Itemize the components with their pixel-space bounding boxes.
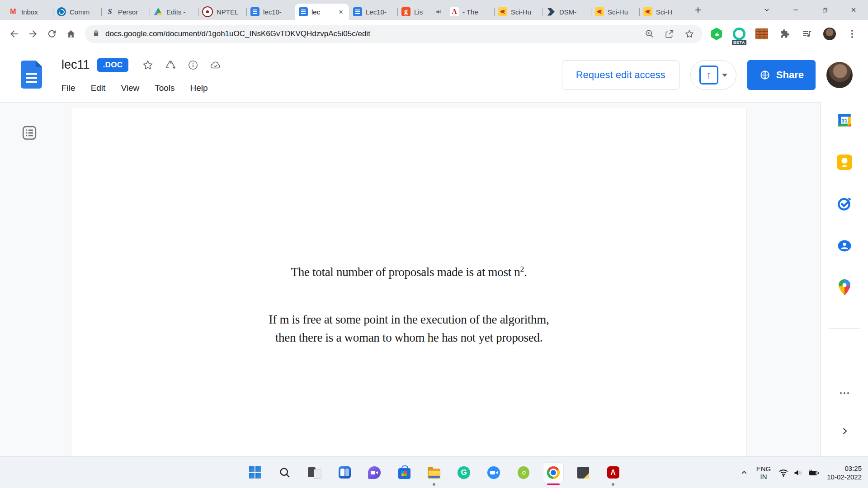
start-button[interactable]	[245, 463, 265, 483]
menu-file[interactable]: File	[61, 83, 75, 93]
home-button[interactable]	[61, 24, 80, 43]
zoom-app-button[interactable]	[484, 463, 504, 483]
menu-tools[interactable]: Tools	[155, 83, 175, 93]
share-page-icon[interactable]	[664, 28, 675, 40]
tab-nptel[interactable]: NPTEL	[198, 4, 246, 20]
open-with-button[interactable]	[690, 60, 736, 90]
journal-app-button[interactable]	[514, 463, 533, 483]
tab-search-chevron-icon[interactable]	[752, 0, 781, 20]
menu-help[interactable]: Help	[190, 83, 208, 93]
tab-label: Comm	[70, 8, 97, 16]
reload-button[interactable]	[42, 24, 61, 43]
wall-extension-icon[interactable]	[752, 24, 771, 43]
browser-tab-strip: Inbox Comm Persor Edits - NPTEL lec10-	[0, 0, 868, 20]
tab-person[interactable]: Persor	[101, 4, 150, 20]
docs-icon	[250, 7, 259, 16]
contacts-icon[interactable]	[835, 236, 854, 256]
address-bar[interactable]: docs.google.com/document/d/1goh1uOC_INsK…	[85, 25, 703, 43]
menu-edit[interactable]: Edit	[91, 83, 106, 93]
tab-lis[interactable]: Lis	[397, 4, 446, 20]
browser-profile-avatar[interactable]	[820, 24, 839, 43]
menu-bar: File Edit View Tools Help	[61, 83, 208, 93]
search-button[interactable]	[275, 463, 295, 483]
microsoft-store-button[interactable]	[394, 463, 414, 483]
tab-scihub-2[interactable]: Sci-Hu	[591, 4, 639, 20]
chrome-button[interactable]	[543, 463, 563, 483]
tab-label: Lec10-	[366, 8, 393, 16]
add-to-drive-icon[interactable]	[165, 59, 176, 71]
browser-menu-kebab-icon[interactable]	[843, 24, 862, 43]
status-icons[interactable]	[778, 467, 820, 478]
tab-scihub-1[interactable]: Sci-Hu	[494, 4, 542, 20]
adblock-extension-icon[interactable]	[707, 24, 726, 43]
tab-inbox[interactable]: Inbox	[5, 4, 53, 20]
lock-icon[interactable]	[92, 29, 100, 39]
menu-view[interactable]: View	[121, 83, 139, 93]
paragraph-2-line-1: If m is free at some point in the execut…	[71, 310, 746, 328]
new-tab-button[interactable]	[690, 3, 706, 18]
superscript: 2	[520, 264, 524, 273]
extensions-puzzle-icon[interactable]	[775, 24, 794, 43]
chat-button[interactable]	[364, 463, 384, 483]
grammarly-extension-icon[interactable]: BETA	[730, 24, 749, 43]
link-icon	[57, 7, 66, 16]
tab-comm[interactable]: Comm	[53, 4, 101, 20]
get-addons-icon[interactable]	[835, 383, 854, 403]
account-avatar[interactable]	[826, 62, 853, 88]
tab-lec10-2[interactable]: Lec10-	[349, 4, 397, 20]
tab-edits[interactable]: Edits -	[150, 4, 198, 20]
maps-icon[interactable]	[835, 277, 854, 297]
request-edit-access-button[interactable]: Request edit access	[562, 60, 679, 90]
goodreads-icon	[401, 7, 410, 16]
speaker-icon	[793, 467, 804, 478]
tab-audio-icon[interactable]	[435, 9, 442, 15]
task-view-button[interactable]	[305, 463, 325, 483]
tab-scihub-3[interactable]: Sci-H	[639, 4, 688, 20]
tab-label: Edits -	[166, 8, 194, 16]
notes-app-button[interactable]	[573, 463, 593, 483]
file-explorer-button[interactable]	[424, 463, 444, 483]
calendar-icon[interactable]: 31	[835, 110, 854, 130]
tab-dsm[interactable]: DSM-	[542, 4, 591, 20]
tab-label: - The	[462, 8, 490, 16]
hide-side-panel-icon[interactable]	[835, 421, 854, 441]
close-window-button[interactable]	[839, 0, 868, 20]
grammarly-app-button[interactable]: G	[454, 463, 474, 483]
restore-button[interactable]	[810, 0, 839, 20]
docs-icon	[299, 7, 308, 16]
info-icon[interactable]	[187, 59, 199, 71]
document-page[interactable]: The total number of proposals made is at…	[71, 108, 747, 456]
grammarly-beta-badge: BETA	[732, 40, 746, 45]
document-outline-button[interactable]	[20, 123, 39, 142]
media-playlist-icon[interactable]	[797, 24, 816, 43]
document-title[interactable]: lec11	[61, 58, 90, 72]
star-document-icon[interactable]	[142, 59, 154, 71]
tray-chevron-up-icon[interactable]	[739, 468, 749, 478]
tab-label: Lis	[414, 8, 434, 16]
tab-the[interactable]: - The	[446, 4, 494, 20]
gmail-icon	[9, 7, 18, 16]
keep-icon[interactable]	[835, 152, 854, 172]
bookmark-star-icon[interactable]	[684, 28, 695, 40]
tabs: Inbox Comm Persor Edits - NPTEL lec10-	[0, 3, 706, 20]
upload-icon	[699, 66, 718, 84]
cloud-saved-icon[interactable]	[210, 59, 222, 71]
tab-lec10[interactable]: lec10-	[246, 4, 295, 20]
chevron-down-icon	[722, 74, 727, 77]
close-tab-icon[interactable]	[337, 8, 345, 16]
acrobat-button[interactable]	[603, 463, 623, 483]
tasks-icon[interactable]	[835, 194, 854, 214]
clock[interactable]: 03:25 10-02-2022	[827, 464, 862, 481]
document-paragraph-2: If m is free at some point in the execut…	[71, 310, 746, 347]
url-text[interactable]: docs.google.com/document/d/1goh1uOC_INsK…	[105, 29, 639, 38]
widgets-button[interactable]	[335, 463, 354, 483]
language-indicator[interactable]: ENG IN	[756, 465, 771, 480]
back-button[interactable]	[5, 24, 24, 43]
zoom-page-icon[interactable]	[644, 28, 656, 40]
tab-lec11-active[interactable]: lec	[295, 4, 349, 20]
tray-time: 03:25	[844, 464, 862, 473]
google-docs-logo[interactable]	[21, 61, 42, 89]
share-button[interactable]: Share	[747, 60, 816, 90]
forward-button[interactable]	[24, 24, 42, 43]
minimize-button[interactable]	[781, 0, 810, 20]
